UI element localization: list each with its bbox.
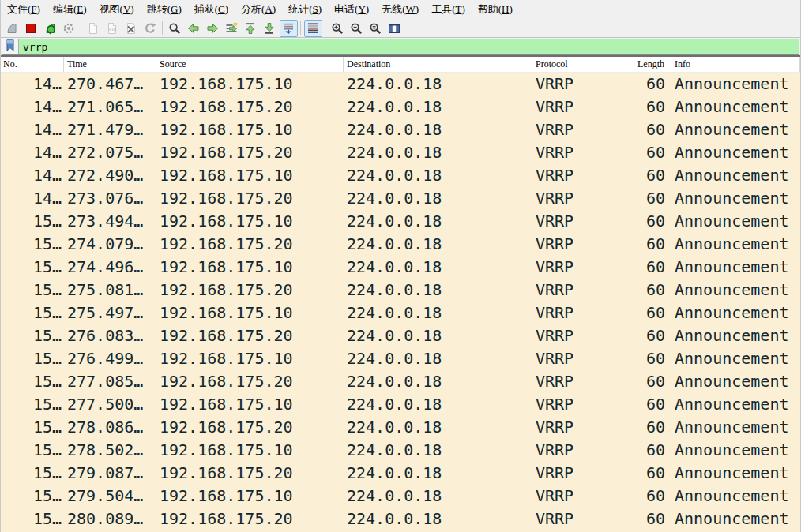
packet-row[interactable]: 15…274.079…192.168.175.20224.0.0.18VRRP6… [1,233,800,256]
packet-row[interactable]: 14…271.479…192.168.175.10224.0.0.18VRRP6… [1,118,800,141]
cell-time: 275.081… [64,279,156,302]
reload-file-button[interactable] [141,20,160,37]
cell-no: 15… [1,485,64,508]
column-header-time[interactable]: Time [64,57,156,72]
stop-capture-button[interactable] [22,20,40,37]
go-first-packet-button[interactable] [242,20,260,37]
cell-source: 192.168.175.20 [156,324,344,347]
cell-no: 15… [1,439,64,462]
menu-item-s[interactable]: 统计(S) [282,0,328,19]
capture-options-button[interactable] [60,20,78,37]
cell-time: 279.504… [64,485,156,508]
packet-row[interactable]: 15…275.497…192.168.175.10224.0.0.18VRRP6… [1,302,800,324]
menu-item-a[interactable]: 分析(A) [235,0,282,19]
save-file-button[interactable]: 010 [103,20,122,37]
cell-time: 276.499… [64,347,156,370]
cell-length: 60 [634,256,671,279]
menu-item-e[interactable]: 编辑(E) [47,0,93,19]
auto-scroll-toggle[interactable] [280,20,298,37]
restart-capture-button[interactable] [41,20,59,37]
cell-no: 15… [1,370,64,393]
cell-protocol: VRRP [532,187,634,210]
menu-item-v[interactable]: 视图(V) [93,0,141,19]
cell-source: 192.168.175.10 [156,302,344,324]
cell-protocol: VRRP [532,439,634,462]
cell-time: 275.497… [64,302,156,324]
colorize-toggle[interactable] [304,20,322,37]
go-last-packet-button[interactable] [261,20,279,37]
cell-info: Announcement [671,256,800,279]
packet-row[interactable]: 15…279.504…192.168.175.10224.0.0.18VRRP6… [1,485,800,508]
packet-row[interactable]: 15…276.499…192.168.175.10224.0.0.18VRRP6… [1,347,800,370]
packet-row[interactable]: 15…280.089…192.168.175.20224.0.0.18VRRP6… [1,508,800,530]
cell-destination: 224.0.0.18 [344,96,532,118]
menu-item-g[interactable]: 跳转(G) [141,0,188,19]
menu-item-t[interactable]: 工具(T) [425,0,472,19]
zoom-original-button[interactable] [367,20,385,37]
menu-item-h[interactable]: 帮助(H) [472,0,519,19]
packet-row[interactable]: 14…273.076…192.168.175.20224.0.0.18VRRP6… [1,187,800,210]
zoom-out-button[interactable] [348,20,366,37]
zoom-in-button[interactable] [329,20,347,37]
packet-row[interactable]: 15…278.086…192.168.175.20224.0.0.18VRRP6… [1,416,800,439]
cell-source: 192.168.175.20 [156,462,344,485]
packet-row[interactable]: 15…277.500…192.168.175.10224.0.0.18VRRP6… [1,393,800,416]
cell-length: 60 [634,118,671,141]
cell-protocol: VRRP [532,302,634,324]
go-back-button[interactable] [185,20,203,37]
zoom-out-icon [350,22,363,35]
find-packet-button[interactable] [166,20,184,37]
cell-protocol: VRRP [532,256,634,279]
cell-time: 270.467… [64,73,156,96]
resize-columns-button[interactable] [385,20,404,37]
cell-info: Announcement [671,393,800,416]
go-to-packet-button[interactable] [223,20,241,37]
column-header-protocol[interactable]: Protocol [532,57,634,72]
menu-item-y[interactable]: 电话(Y) [328,0,375,19]
column-header-info[interactable]: Info [671,57,800,72]
cell-info: Announcement [671,324,800,347]
column-header-no[interactable]: No. [1,57,64,72]
close-file-button[interactable] [122,20,141,37]
packet-row[interactable]: 15…279.087…192.168.175.20224.0.0.18VRRP6… [1,462,800,485]
cell-info: Announcement [671,118,800,141]
column-header-source[interactable]: Source [156,57,344,72]
cell-info: Announcement [671,347,800,370]
cell-no: 15… [1,508,64,530]
packet-row[interactable]: 15…277.085…192.168.175.20224.0.0.18VRRP6… [1,370,800,393]
cell-no: 15… [1,324,64,347]
packet-row[interactable]: 15…278.502…192.168.175.10224.0.0.18VRRP6… [1,439,800,462]
start-capture-button[interactable] [3,20,21,37]
go-forward-button[interactable] [204,20,222,37]
cell-destination: 224.0.0.18 [344,439,532,462]
cell-length: 60 [634,96,671,118]
cell-destination: 224.0.0.18 [344,210,532,233]
cell-protocol: VRRP [532,73,634,96]
column-header-length[interactable]: Length [634,57,671,72]
document-010-icon: 010 [106,22,118,35]
menu-item-c[interactable]: 捕获(C) [188,0,235,19]
packet-row[interactable]: 15…274.496…192.168.175.10224.0.0.18VRRP6… [1,256,800,279]
packet-row[interactable]: 14…272.075…192.168.175.20224.0.0.18VRRP6… [1,141,800,164]
filter-value[interactable]: vrrp [19,39,799,54]
menu-item-f[interactable]: 文件(F) [1,0,47,19]
restart-fin-icon [43,22,56,35]
filter-bookmark-button[interactable] [2,39,19,54]
packet-row[interactable]: 14…272.490…192.168.175.10224.0.0.18VRRP6… [1,164,800,187]
cell-time: 274.496… [64,256,156,279]
packet-row[interactable]: 15…276.083…192.168.175.20224.0.0.18VRRP6… [1,324,800,347]
packet-list[interactable]: 14…270.467…192.168.175.10224.0.0.18VRRP6… [1,73,800,532]
cell-time: 273.076… [64,187,156,210]
cell-length: 60 [634,324,671,347]
display-filter-input[interactable]: vrrp [2,39,799,55]
column-header-destination[interactable]: Destination [344,57,532,72]
cell-length: 60 [634,439,671,462]
open-file-button[interactable] [85,20,103,37]
menu-item-w[interactable]: 无线(W) [375,0,425,19]
packet-row[interactable]: 14…270.467…192.168.175.10224.0.0.18VRRP6… [1,73,800,96]
cell-no: 15… [1,462,64,485]
packet-row[interactable]: 15…273.494…192.168.175.10224.0.0.18VRRP6… [1,210,800,233]
cell-protocol: VRRP [532,210,634,233]
packet-row[interactable]: 14…271.065…192.168.175.20224.0.0.18VRRP6… [1,96,800,118]
packet-row[interactable]: 15…275.081…192.168.175.20224.0.0.18VRRP6… [1,279,800,302]
